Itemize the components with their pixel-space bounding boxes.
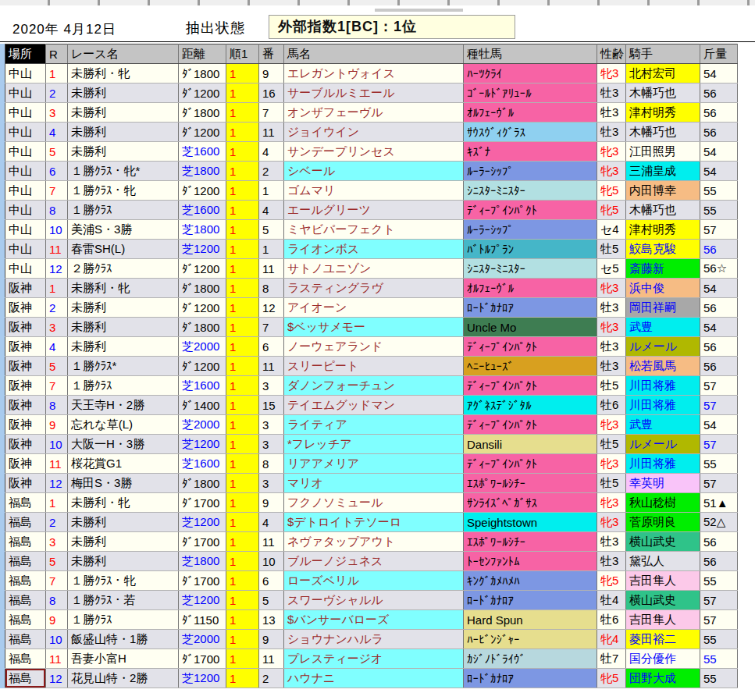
table-row[interactable]: 阪神 11 桜花賞G1 芝1600 1 8 リアアメリア ﾃﾞｨｰﾌﾟｲﾝﾊﾟｸ… bbox=[5, 454, 738, 474]
race-number-cell[interactable]: 2 bbox=[46, 298, 68, 318]
distance-cell[interactable]: ﾀﾞ1150 bbox=[179, 610, 226, 630]
place-cell[interactable]: 阪神 bbox=[5, 279, 46, 298]
jockey-cell[interactable]: 武豊 bbox=[626, 318, 700, 337]
place-cell[interactable]: 阪神 bbox=[5, 337, 46, 357]
column-header-sire[interactable]: 種牡馬 bbox=[464, 44, 597, 64]
rank1-cell[interactable]: 1 bbox=[226, 396, 259, 415]
jockey-cell[interactable]: 吉田隼人 bbox=[626, 571, 700, 591]
sex-age-cell[interactable]: 牡3 bbox=[597, 532, 626, 552]
rank1-cell[interactable]: 1 bbox=[226, 298, 259, 318]
horse-number-cell[interactable]: 3 bbox=[259, 474, 284, 493]
weight-cell[interactable]: 55 bbox=[700, 454, 738, 474]
race-name-cell[interactable]: １勝ｸﾗｽ・牝 bbox=[68, 181, 179, 201]
race-name-cell[interactable]: 未勝利 bbox=[68, 142, 179, 162]
weight-cell[interactable]: 55 bbox=[700, 669, 738, 688]
race-number-cell[interactable]: 7 bbox=[46, 571, 68, 591]
place-cell[interactable]: 阪神 bbox=[5, 435, 46, 454]
distance-cell[interactable]: 芝2000 bbox=[179, 630, 226, 649]
distance-cell[interactable]: 芝1600 bbox=[179, 201, 226, 220]
sire-cell[interactable]: ﾍﾆｰﾋｭｰｽﾞ bbox=[464, 357, 597, 376]
place-cell[interactable]: 阪神 bbox=[5, 474, 46, 493]
table-row[interactable]: 中山 1 未勝利・牝 ﾀﾞ1800 1 9 エレガントヴォイス ﾊｰﾂｸﾗｲ 牝… bbox=[5, 64, 738, 84]
race-number-cell[interactable]: 3 bbox=[46, 532, 68, 552]
race-number-cell[interactable]: 1 bbox=[46, 493, 68, 513]
distance-cell[interactable]: ﾀﾞ1800 bbox=[179, 64, 226, 84]
sex-age-cell[interactable]: 牡3 bbox=[597, 84, 626, 103]
table-row[interactable]: 中山 12 ２勝ｸﾗｽ ﾀﾞ1200 1 11 サトノユニゾン ｼﾆｽﾀｰﾐﾆｽ… bbox=[5, 259, 738, 279]
sire-cell[interactable]: ｷｽﾞﾅ bbox=[464, 142, 597, 162]
sire-cell[interactable]: Uncle Mo bbox=[464, 318, 597, 337]
jockey-cell[interactable]: 黛弘人 bbox=[626, 552, 700, 571]
sire-cell[interactable]: ﾛｰﾄﾞｶﾅﾛｱ bbox=[464, 669, 597, 688]
weight-cell[interactable]: 56 bbox=[700, 357, 738, 376]
sire-cell[interactable]: ｱｸﾞﾈｽﾃﾞｼﾞﾀﾙ bbox=[464, 396, 597, 415]
sex-age-cell[interactable]: 牝3 bbox=[597, 142, 626, 162]
weight-cell[interactable]: 54 bbox=[700, 318, 738, 337]
weight-cell[interactable]: 57 bbox=[700, 376, 738, 396]
rank1-cell[interactable]: 1 bbox=[226, 318, 259, 337]
race-number-cell[interactable]: 5 bbox=[46, 357, 68, 376]
horse-name-cell[interactable]: リアアメリア bbox=[284, 454, 464, 474]
jockey-cell[interactable]: ルメール bbox=[626, 435, 700, 454]
column-header-sex-age[interactable]: 性齢 bbox=[597, 44, 626, 64]
sex-age-cell[interactable]: 牝3 bbox=[597, 513, 626, 532]
rank1-cell[interactable]: 1 bbox=[226, 454, 259, 474]
jockey-cell[interactable]: 内田博幸 bbox=[626, 181, 700, 201]
horse-number-cell[interactable]: 6 bbox=[259, 337, 284, 357]
horse-number-cell[interactable]: 3 bbox=[259, 415, 284, 435]
race-number-cell[interactable]: 10 bbox=[46, 435, 68, 454]
jockey-cell[interactable]: 江田照男 bbox=[626, 142, 700, 162]
horse-name-cell[interactable]: オンザフェーヴル bbox=[284, 103, 464, 123]
horse-number-cell[interactable]: 3 bbox=[259, 376, 284, 396]
table-row[interactable]: 福島 5 未勝利 芝1800 1 10 ブルーノジュネス ﾄｰｾﾝﾌｧﾝﾄﾑ 牡… bbox=[5, 552, 738, 571]
jockey-cell[interactable]: 国分優作 bbox=[626, 649, 700, 669]
sex-age-cell[interactable]: 牝3 bbox=[597, 493, 626, 513]
race-name-cell[interactable]: 未勝利 bbox=[68, 103, 179, 123]
column-header-jockey[interactable]: 騎手 bbox=[626, 44, 700, 64]
sire-cell[interactable]: ﾃﾞｨｰﾌﾟｲﾝﾊﾟｸﾄ bbox=[464, 201, 597, 220]
table-row[interactable]: 福島 7 １勝ｸﾗｽ・牝 ﾀﾞ1700 1 6 ローズベリル ｷﾝｸﾞｶﾒﾊﾒﾊ… bbox=[5, 571, 738, 591]
race-name-cell[interactable]: 忘れな草(L) bbox=[68, 415, 179, 435]
race-name-cell[interactable]: 未勝利 bbox=[68, 552, 179, 571]
distance-cell[interactable]: 芝1200 bbox=[179, 669, 226, 688]
table-row[interactable]: 阪神 1 未勝利・牝 ﾀﾞ1800 1 8 ラスティングラヴ ｵﾙﾌｪｰｳﾞﾙ … bbox=[5, 279, 738, 298]
distance-cell[interactable]: ﾀﾞ1200 bbox=[179, 181, 226, 201]
horse-number-cell[interactable]: 15 bbox=[259, 396, 284, 415]
rank1-cell[interactable]: 1 bbox=[226, 240, 259, 259]
race-number-cell[interactable]: 11 bbox=[46, 240, 68, 259]
race-number-cell[interactable]: 5 bbox=[46, 552, 68, 571]
place-cell[interactable]: 中山 bbox=[5, 201, 46, 220]
distance-cell[interactable]: ﾀﾞ1400 bbox=[179, 396, 226, 415]
table-row[interactable]: 福島 10 飯盛山特・1勝 芝2000 1 9 ショウナンハルラ ﾊｰﾋﾞﾝｼﾞ… bbox=[5, 630, 738, 649]
horse-number-cell[interactable]: 7 bbox=[259, 318, 284, 337]
distance-cell[interactable]: 芝1600 bbox=[179, 142, 226, 162]
table-row[interactable]: 福島 9 １勝ｸﾗｽ ﾀﾞ1150 1 13 $バンサーバローズ Hard Sp… bbox=[5, 610, 738, 630]
sire-cell[interactable]: ｴｽﾎﾟﾜｰﾙｼﾁｰ bbox=[464, 532, 597, 552]
sex-age-cell[interactable]: 牡5 bbox=[597, 474, 626, 493]
column-header-place[interactable]: 場所 bbox=[5, 44, 46, 64]
sire-cell[interactable]: ｺﾞｰﾙﾄﾞｱﾘｭｰﾙ bbox=[464, 84, 597, 103]
table-row[interactable]: 福島 1 未勝利・牝 ﾀﾞ1700 1 9 フクノソミュール ｻﾝﾗｲｽﾞﾍﾟｶ… bbox=[5, 493, 738, 513]
weight-cell[interactable]: 54 bbox=[700, 64, 738, 84]
race-name-cell[interactable]: １勝ｸﾗｽ・若 bbox=[68, 591, 179, 610]
table-row[interactable]: 阪神 4 未勝利 芝2000 1 6 ノーウェアランド ﾃﾞｨｰﾌﾟｲﾝﾊﾟｸﾄ… bbox=[5, 337, 738, 357]
table-row[interactable]: 福島 2 未勝利 芝1200 1 4 $デトロイトテソーロ Speightsto… bbox=[5, 513, 738, 532]
horse-number-cell[interactable]: 13 bbox=[259, 610, 284, 630]
table-row[interactable]: 阪神 5 １勝ｸﾗｽ* ﾀﾞ1200 1 11 スリーピート ﾍﾆｰﾋｭｰｽﾞ … bbox=[5, 357, 738, 376]
place-cell[interactable]: 福島 bbox=[5, 591, 46, 610]
distance-cell[interactable]: 芝1600 bbox=[179, 376, 226, 396]
race-number-cell[interactable]: 10 bbox=[46, 630, 68, 649]
sire-cell[interactable]: Dansili bbox=[464, 435, 597, 454]
horse-name-cell[interactable]: ラスティングラヴ bbox=[284, 279, 464, 298]
weight-cell[interactable]: 57 bbox=[700, 474, 738, 493]
race-name-cell[interactable]: 未勝利 bbox=[68, 123, 179, 142]
place-cell[interactable]: 福島 bbox=[5, 630, 46, 649]
horse-number-cell[interactable]: 4 bbox=[259, 201, 284, 220]
horse-number-cell[interactable]: 8 bbox=[259, 279, 284, 298]
horse-name-cell[interactable]: スリーピート bbox=[284, 357, 464, 376]
sex-age-cell[interactable]: 牡5 bbox=[597, 376, 626, 396]
jockey-cell[interactable]: 鮫島克駿 bbox=[626, 240, 700, 259]
jockey-cell[interactable]: 斎藤新 bbox=[626, 259, 700, 279]
weight-cell[interactable]: 57 bbox=[700, 396, 738, 415]
distance-cell[interactable]: ﾀﾞ1200 bbox=[179, 298, 226, 318]
